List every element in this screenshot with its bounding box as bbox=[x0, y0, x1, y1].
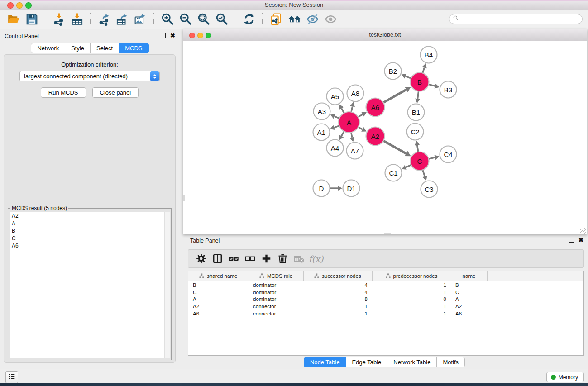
graph-edge[interactable] bbox=[335, 116, 339, 118]
export-image-button[interactable] bbox=[131, 11, 149, 28]
float-table-panel-icon[interactable] bbox=[569, 238, 574, 243]
zoom-in-button[interactable] bbox=[158, 11, 177, 28]
graph-node-B[interactable]: B bbox=[411, 73, 429, 91]
trash-button[interactable] bbox=[274, 251, 291, 267]
table-cell[interactable]: A6 bbox=[188, 310, 249, 317]
graph-edge[interactable] bbox=[418, 91, 419, 99]
table-row[interactable]: Cdominator41C bbox=[188, 289, 583, 296]
graph-edge[interactable] bbox=[429, 84, 435, 86]
gear-button[interactable] bbox=[193, 251, 209, 267]
table-row[interactable]: A6connector11A6 bbox=[188, 310, 583, 317]
graph-edge[interactable] bbox=[417, 145, 418, 152]
table-cell[interactable]: 4 bbox=[303, 289, 372, 296]
graph-node-B3[interactable]: B3 bbox=[440, 81, 457, 98]
table-cell[interactable]: A bbox=[188, 295, 249, 303]
table-cell[interactable]: A2 bbox=[451, 303, 487, 310]
result-item[interactable]: A6 bbox=[10, 242, 170, 250]
result-item[interactable]: A2 bbox=[10, 212, 170, 220]
result-item[interactable]: B bbox=[10, 227, 170, 235]
table-cell[interactable]: connector bbox=[249, 303, 303, 310]
table-cell[interactable]: 0 bbox=[372, 295, 451, 303]
optimization-dropdown[interactable]: largest connected component (directed) bbox=[19, 71, 160, 81]
table-row[interactable]: Adominator80A bbox=[188, 295, 583, 303]
table-cell[interactable]: A2 bbox=[188, 303, 249, 310]
open-file-button[interactable] bbox=[5, 11, 23, 28]
graph-node-A7[interactable]: A7 bbox=[347, 143, 363, 159]
network-window-titlebar[interactable]: testGlobe.txt bbox=[183, 29, 587, 41]
graph-edge[interactable] bbox=[406, 165, 411, 167]
tab-mcds[interactable]: MCDS bbox=[119, 43, 148, 53]
graph-edge[interactable] bbox=[383, 90, 406, 103]
resize-grip[interactable] bbox=[580, 228, 586, 234]
graph-node-A2[interactable]: A2 bbox=[366, 127, 385, 146]
table-cell[interactable]: dominator bbox=[249, 295, 303, 303]
table-row[interactable]: Bdominator41B bbox=[188, 281, 583, 289]
graph-node-B2[interactable]: B2 bbox=[385, 63, 402, 80]
mcds-result-list[interactable]: A2ABCA6 bbox=[10, 212, 170, 358]
graph-edge[interactable] bbox=[341, 131, 344, 136]
result-item[interactable]: C bbox=[10, 235, 170, 243]
column-header[interactable]: successor nodes bbox=[303, 271, 372, 281]
save-button[interactable] bbox=[23, 11, 41, 28]
network-graph[interactable]: B4B2BB3A5A8A6A3B1AA1C2A2A4A7CC4C1C3DD1 bbox=[183, 41, 587, 234]
column-header[interactable]: name bbox=[451, 271, 487, 281]
show-hide-panel-button[interactable] bbox=[321, 11, 339, 28]
graph-edge[interactable] bbox=[358, 114, 363, 117]
graph-node-D[interactable]: D bbox=[313, 180, 330, 197]
run-mcds-button[interactable]: Run MCDS bbox=[41, 87, 86, 98]
search-field[interactable] bbox=[449, 14, 583, 24]
tab-network-table[interactable]: Network Table bbox=[387, 357, 437, 367]
graph-node-A1[interactable]: A1 bbox=[313, 124, 330, 141]
network-canvas[interactable]: B4B2BB3A5A8A6A3B1AA1C2A2A4A7CC4C1C3DD1 bbox=[183, 41, 587, 234]
table-cell[interactable]: 4 bbox=[303, 281, 372, 289]
graph-node-D1[interactable]: D1 bbox=[343, 180, 360, 197]
graph-node-C[interactable]: C bbox=[411, 152, 429, 171]
graph-node-C4[interactable]: C4 bbox=[440, 146, 457, 163]
deselect-all-button[interactable] bbox=[242, 251, 258, 267]
result-scrollbar[interactable] bbox=[164, 212, 170, 358]
graph-edge[interactable] bbox=[406, 76, 411, 78]
graph-node-A8[interactable]: A8 bbox=[347, 85, 364, 102]
search-input[interactable] bbox=[459, 14, 582, 24]
table-cell[interactable]: connector bbox=[249, 310, 303, 317]
table-cell[interactable]: B bbox=[451, 281, 487, 289]
table-cell[interactable]: A6 bbox=[451, 310, 487, 317]
graph-node-C2[interactable]: C2 bbox=[407, 124, 424, 140]
tab-node-table[interactable]: Node Table bbox=[304, 357, 346, 367]
tab-motifs[interactable]: Motifs bbox=[437, 357, 465, 367]
graph-edge[interactable] bbox=[383, 141, 406, 153]
column-header[interactable]: MCDS role bbox=[249, 271, 303, 281]
column-header[interactable]: shared name bbox=[188, 271, 249, 281]
table-cell[interactable]: 1 bbox=[303, 303, 372, 310]
close-panel-button[interactable]: Close panel bbox=[92, 87, 139, 98]
toggle-details-button[interactable] bbox=[303, 11, 321, 28]
zoom-out-button[interactable] bbox=[177, 11, 195, 28]
graph-edge[interactable] bbox=[341, 108, 344, 113]
graph-node-A3[interactable]: A3 bbox=[314, 103, 330, 120]
float-panel-icon[interactable] bbox=[161, 33, 166, 38]
table-cell[interactable]: 1 bbox=[372, 289, 451, 296]
graph-node-B4[interactable]: B4 bbox=[421, 47, 437, 63]
zoom-fit-button[interactable] bbox=[195, 11, 213, 28]
frame-handle[interactable] bbox=[183, 195, 185, 201]
zoom-selected-button[interactable] bbox=[213, 11, 231, 28]
task-history-button[interactable] bbox=[5, 371, 18, 383]
column-header[interactable]: predecessor nodes bbox=[372, 271, 451, 281]
add-button[interactable] bbox=[258, 251, 274, 267]
tab-style[interactable]: Style bbox=[65, 43, 91, 53]
table-row[interactable]: A2connector11A2 bbox=[188, 303, 583, 310]
table-cell[interactable]: 8 bbox=[303, 295, 372, 303]
table-cell[interactable]: C bbox=[188, 289, 249, 296]
tab-select[interactable]: Select bbox=[91, 43, 119, 53]
graph-edge[interactable] bbox=[351, 133, 352, 138]
graph-node-A4[interactable]: A4 bbox=[327, 140, 344, 157]
home-view-button[interactable] bbox=[285, 11, 303, 28]
memory-button[interactable]: Memory bbox=[546, 372, 584, 382]
table-cell[interactable]: B bbox=[188, 281, 249, 289]
graph-node-A5[interactable]: A5 bbox=[327, 88, 344, 105]
columns-button[interactable] bbox=[209, 251, 225, 267]
graph-node-A6[interactable]: A6 bbox=[366, 98, 385, 117]
dropdown-stepper-icon[interactable] bbox=[150, 71, 159, 81]
import-table-button[interactable] bbox=[68, 11, 86, 28]
graph-edge[interactable] bbox=[429, 157, 435, 159]
